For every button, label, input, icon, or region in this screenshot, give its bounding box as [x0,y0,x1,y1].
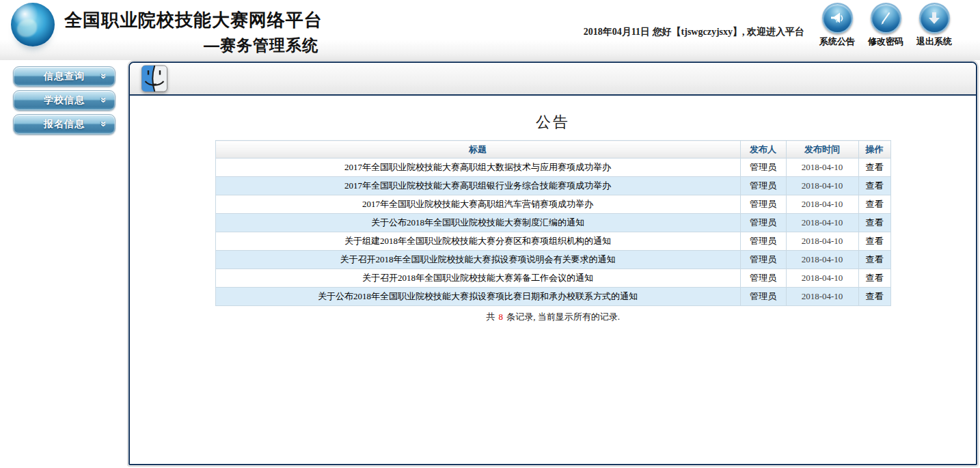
announcement-title: 关于召开2018年全国职业院校技能大赛筹备工作会议的通知 [215,269,740,288]
announcement-publisher: 管理员 [740,232,786,251]
finder-face-icon [141,64,168,93]
records-suffix: 条记录, 当前显示所有的记录. [504,312,620,322]
change-password-label: 修改密码 [868,36,903,48]
announcement-title: 关于组建2018年全国职业院校技能大赛分赛区和赛项组织机构的通知 [215,232,740,251]
column-header-operation: 操作 [858,141,890,159]
globe-logo-icon [11,3,55,46]
app-title-line1: 全国职业院校技能大赛网络平台 [64,8,318,32]
system-announcement-button[interactable]: 系统公告 [815,3,860,48]
announcement-publisher: 管理员 [740,195,786,214]
header-actions: 2018年04月11日 您好【tjswgczyjsxy】, 欢迎进入平台 系统公… [584,3,957,48]
announcement-publisher: 管理员 [740,251,786,269]
column-header-publisher: 发布人 [740,141,786,159]
welcome-text: 2018年04月11日 您好【tjswgczyjsxy】, 欢迎进入平台 [584,26,804,38]
brand-title: 全国职业院校技能大赛网络平台 —赛务管理系统 [64,8,318,56]
view-link[interactable]: 查看 [858,195,890,214]
view-link[interactable]: 查看 [858,251,890,269]
column-header-title: 标题 [215,141,740,159]
sidebar: 信息查询 » 学校信息 » 报名信息 » [0,60,128,468]
sidebar-item-registration-info[interactable]: 报名信息 » [13,114,115,135]
announcement-date: 2018-04-10 [786,288,858,306]
announcement-title: 关于召开2018年全国职业院校技能大赛拟设赛项说明会有关要求的通知 [215,251,740,269]
exit-system-label: 退出系统 [916,36,952,48]
announcement-publisher: 管理员 [740,214,786,232]
announcement-section: 公告 标题 发布人 发布时间 操作 2017年全国职业院校技能大赛高职组大数据技… [130,112,976,323]
table-row: 2017年全国职业院校技能大赛高职组大数据技术与应用赛项成功举办 管理员 201… [215,159,890,177]
table-row: 关于召开2018年全国职业院校技能大赛筹备工作会议的通知 管理员 2018-04… [215,269,890,288]
table-row: 2017年全国职业院校技能大赛高职组汽车营销赛项成功举办 管理员 2018-04… [215,195,890,214]
toolbar [130,63,976,96]
sidebar-item-info-query[interactable]: 信息查询 » [13,66,115,87]
arrow-down-icon [919,3,950,33]
records-prefix: 共 [486,312,497,322]
page: 全国职业院校技能大赛网络平台 —赛务管理系统 2018年04月11日 您好【tj… [0,0,980,468]
announcement-table: 标题 发布人 发布时间 操作 2017年全国职业院校技能大赛高职组大数据技术与应… [215,140,891,306]
announcement-title: 关于公布2018年全国职业院校技能大赛拟设赛项比赛日期和承办校联系方式的通知 [215,288,740,306]
records-summary: 共 8 条记录, 当前显示所有的记录. [130,311,976,323]
announcement-title: 2017年全国职业院校技能大赛高职组大数据技术与应用赛项成功举办 [215,159,740,177]
view-link[interactable]: 查看 [858,214,890,232]
sidebar-item-label: 学校信息 [44,94,85,107]
announcement-date: 2018-04-10 [786,214,858,232]
view-link[interactable]: 查看 [858,232,890,251]
table-row: 关于召开2018年全国职业院校技能大赛拟设赛项说明会有关要求的通知 管理员 20… [215,251,890,269]
announcement-publisher: 管理员 [740,288,786,306]
announcement-date: 2018-04-10 [786,177,858,195]
announcement-publisher: 管理员 [740,269,786,288]
view-link[interactable]: 查看 [858,159,890,177]
announcement-publisher: 管理员 [740,159,786,177]
table-row: 2017年全国职业院校技能大赛高职组银行业务综合技能赛项成功举办 管理员 201… [215,177,890,195]
change-password-button[interactable]: 修改密码 [863,3,908,48]
pen-icon [871,3,901,33]
view-link[interactable]: 查看 [858,269,890,288]
header: 全国职业院校技能大赛网络平台 —赛务管理系统 2018年04月11日 您好【tj… [0,0,980,60]
column-header-publish-time: 发布时间 [786,141,858,159]
main-panel: 公告 标题 发布人 发布时间 操作 2017年全国职业院校技能大赛高职组大数据技… [128,61,977,465]
sidebar-item-label: 报名信息 [44,118,85,130]
view-link[interactable]: 查看 [858,177,890,195]
announcement-date: 2018-04-10 [786,269,858,288]
announcement-title: 2017年全国职业院校技能大赛高职组汽车营销赛项成功举办 [215,195,740,214]
app-title-line2: —赛务管理系统 [64,35,318,56]
table-row: 关于组建2018年全国职业院校技能大赛分赛区和赛项组织机构的通知 管理员 201… [215,232,890,251]
chevron-down-icon: » [98,121,109,126]
sidebar-item-label: 信息查询 [44,70,85,83]
page-title: 公告 [130,112,976,133]
table-header-row: 标题 发布人 发布时间 操作 [215,141,890,159]
chevron-down-icon: » [98,73,109,79]
announcement-date: 2018-04-10 [786,159,858,177]
chevron-down-icon: » [98,97,109,102]
megaphone-icon [822,3,853,33]
table-row: 关于公布2018年全国职业院校技能大赛制度汇编的通知 管理员 2018-04-1… [215,214,890,232]
announcement-publisher: 管理员 [740,177,786,195]
sidebar-item-school-info[interactable]: 学校信息 » [13,90,115,111]
system-announcement-label: 系统公告 [819,36,855,48]
exit-system-button[interactable]: 退出系统 [912,3,957,48]
announcement-date: 2018-04-10 [786,195,858,214]
announcement-title: 2017年全国职业院校技能大赛高职组银行业务综合技能赛项成功举办 [215,177,740,195]
table-row: 关于公布2018年全国职业院校技能大赛拟设赛项比赛日期和承办校联系方式的通知 管… [215,288,890,306]
announcement-date: 2018-04-10 [786,232,858,251]
view-link[interactable]: 查看 [858,288,890,306]
announcement-date: 2018-04-10 [786,251,858,269]
records-count: 8 [497,312,504,322]
announcement-title: 关于公布2018年全国职业院校技能大赛制度汇编的通知 [215,214,740,232]
